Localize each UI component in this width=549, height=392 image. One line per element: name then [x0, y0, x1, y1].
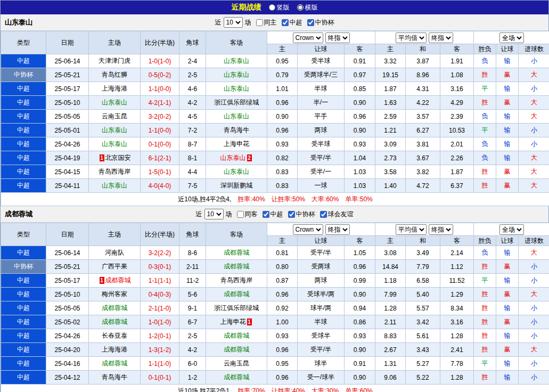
filter-checkbox-4[interactable]: 球会友谊: [320, 210, 354, 219]
score-cell[interactable]: 1-3(1-2): [141, 343, 179, 357]
team-link[interactable]: 云南玉昆: [224, 360, 249, 367]
filter-checkbox-3[interactable]: 中协杯: [307, 18, 334, 27]
team-link[interactable]: 成都蓉城: [102, 304, 127, 312]
score-cell[interactable]: 1-1(0-0): [141, 124, 179, 137]
recent-count-select[interactable]: 10: [204, 209, 224, 219]
filter-checkbox-2[interactable]: 中超: [282, 18, 302, 27]
header-select[interactable]: 全场: [499, 224, 524, 235]
layout-option-horizontal[interactable]: 横版: [297, 3, 318, 12]
league-cell: 中超: [1, 124, 46, 137]
score-cell[interactable]: 1-1(1-1): [141, 274, 179, 288]
team-link[interactable]: 深圳新鹏城: [220, 182, 252, 189]
score-cell[interactable]: 1-1(0-0): [141, 82, 179, 96]
team-link[interactable]: 成都蓉城: [224, 346, 249, 353]
score-cell[interactable]: 3-2(0-2): [141, 110, 179, 124]
header-select[interactable]: 终指: [429, 224, 453, 235]
team-link[interactable]: 山东泰山: [224, 112, 249, 120]
filter-checkbox-input[interactable]: [263, 211, 269, 218]
filter-checkbox-2[interactable]: 中超: [263, 210, 283, 219]
team-link[interactable]: 青岛西海岸: [220, 276, 252, 284]
team-link[interactable]: 上海海港: [102, 85, 127, 92]
team-link[interactable]: 北京国安: [105, 154, 131, 161]
header-select[interactable]: 平均值: [396, 32, 427, 43]
score-cell[interactable]: 0-1(0-0): [141, 137, 179, 151]
corners-cell: 2-11: [179, 260, 206, 274]
team-link[interactable]: 云南玉昆: [102, 112, 127, 120]
recent-count-select[interactable]: 10: [224, 17, 243, 28]
score-cell[interactable]: 1-5(0-1): [141, 165, 179, 179]
filter-checkbox-1[interactable]: 同主: [256, 18, 277, 27]
team-link[interactable]: 山东泰山: [224, 85, 249, 92]
team-link[interactable]: 上海申花: [220, 318, 246, 325]
vertical-layout-radio[interactable]: [269, 4, 275, 11]
team-link[interactable]: 成都蓉城: [224, 332, 249, 339]
filter-checkbox-input[interactable]: [288, 211, 295, 218]
score-cell[interactable]: 1-2(0-1): [141, 329, 179, 343]
team-link[interactable]: 青岛西海岸: [99, 168, 130, 175]
team-link[interactable]: 广西平果: [102, 263, 127, 270]
header-select[interactable]: Crown: [293, 224, 323, 235]
team-link[interactable]: 长春亚泰: [102, 332, 127, 339]
score-cell[interactable]: 3-2(2-2): [141, 246, 179, 260]
filter-checkbox-input[interactable]: [282, 19, 289, 26]
horizontal-layout-radio[interactable]: [297, 4, 304, 11]
filter-checkbox-3[interactable]: 中协杯: [288, 210, 315, 219]
score-cell[interactable]: 0-4(0-3): [141, 288, 179, 301]
team-link[interactable]: 成都蓉城: [224, 373, 249, 381]
team-link[interactable]: 青岛海牛: [102, 373, 127, 381]
crown-home-odds: 0.93: [267, 329, 298, 343]
crown-away-odds: 0.91: [345, 54, 375, 68]
filter-checkbox-input[interactable]: [237, 211, 244, 218]
header-select[interactable]: 终指: [429, 32, 453, 43]
crown-home-odds: 0.92: [267, 301, 298, 315]
team-link[interactable]: 山东泰山: [102, 140, 127, 148]
team-link[interactable]: 浙江俱乐部绿城: [214, 304, 259, 312]
score-cell[interactable]: 1-0(1-0): [141, 315, 179, 329]
team-link[interactable]: 上海海港: [102, 346, 127, 353]
near-label: 近: [215, 18, 222, 27]
avg-away-odds: 1.87: [440, 165, 474, 179]
score-cell[interactable]: 0-5(0-2): [141, 68, 179, 82]
team-link[interactable]: 山东泰山: [102, 126, 127, 134]
team-link[interactable]: 成都蓉城: [102, 318, 127, 325]
team-link[interactable]: 梅州客家: [102, 290, 127, 298]
score-cell[interactable]: 4-2(1-1): [141, 96, 179, 110]
team-link[interactable]: 青岛海牛: [224, 126, 249, 134]
team-link[interactable]: 成都蓉城: [224, 249, 249, 256]
away-team-cell: 深圳新鹏城: [206, 179, 267, 193]
team-link[interactable]: 山东泰山: [220, 154, 246, 161]
team-link[interactable]: 河南队: [105, 249, 124, 256]
team-link[interactable]: 成都蓉城: [105, 276, 131, 284]
score-cell[interactable]: 4-0(4-0): [141, 179, 179, 193]
team-link[interactable]: 青岛红狮: [102, 71, 127, 78]
team-link[interactable]: 山东泰山: [224, 71, 249, 78]
team-link[interactable]: 成都蓉城: [224, 263, 249, 270]
header-select[interactable]: 全场: [499, 32, 524, 43]
team-link[interactable]: 山东泰山: [102, 182, 127, 189]
header-select[interactable]: 平均值: [396, 224, 427, 235]
score-cell[interactable]: 0-3(0-1): [141, 260, 179, 274]
sub-col-header: 让球: [496, 236, 519, 246]
team-link[interactable]: 浙江俱乐部绿城: [214, 99, 259, 106]
team-link[interactable]: 山东泰山: [224, 168, 249, 175]
header-select[interactable]: Crown: [293, 32, 323, 43]
team-link[interactable]: 上海申花: [224, 140, 249, 148]
team-link[interactable]: 山东泰山: [102, 99, 127, 106]
team-link[interactable]: 山东泰山: [224, 57, 249, 64]
filter-checkbox-1[interactable]: 同客: [237, 210, 258, 219]
layout-option-vertical[interactable]: 竖版: [269, 3, 290, 12]
score-cell[interactable]: 0-1(0-1): [141, 371, 179, 385]
filter-checkbox-input[interactable]: [307, 19, 314, 26]
score-cell[interactable]: 2-1(1-0): [141, 301, 179, 315]
score-cell[interactable]: 6-1(2-1): [141, 151, 179, 165]
summary-stat: 大率:30%: [312, 387, 339, 392]
header-select[interactable]: 终指: [325, 224, 350, 235]
header-select[interactable]: 终指: [325, 32, 350, 43]
filter-checkbox-input[interactable]: [256, 19, 263, 26]
team-link[interactable]: 天津津门虎: [99, 57, 130, 64]
filter-checkbox-input[interactable]: [320, 211, 327, 218]
team-link[interactable]: 成都蓉城: [224, 290, 249, 298]
team-link[interactable]: 成都蓉城: [102, 360, 127, 367]
score-cell[interactable]: 1-1(1-0): [141, 357, 179, 371]
score-cell[interactable]: 1-0(1-0): [141, 54, 179, 68]
